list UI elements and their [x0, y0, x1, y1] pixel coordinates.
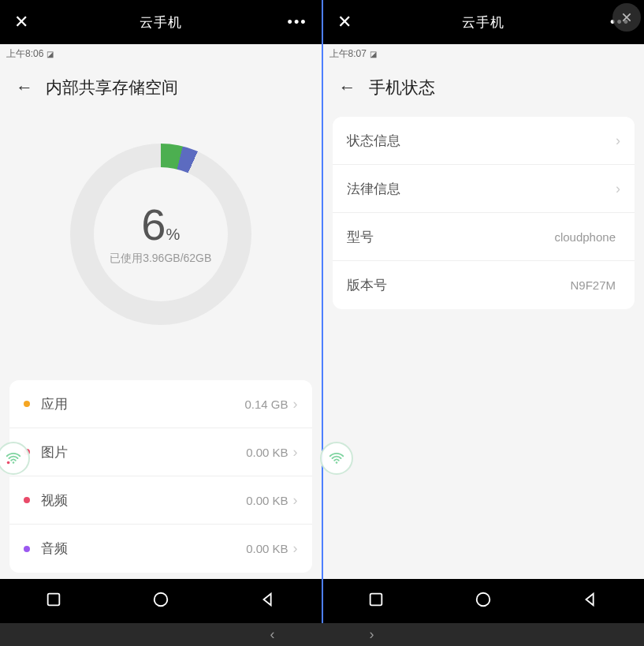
- home-button[interactable]: [475, 591, 492, 611]
- svg-rect-5: [370, 594, 382, 606]
- chevron-right-icon: ›: [616, 133, 620, 149]
- category-row-audio[interactable]: 音频 0.00 KB ›: [9, 525, 312, 573]
- chevron-right-icon: ›: [616, 181, 620, 197]
- phone-status-list: 状态信息 › 法律信息 › 型号 cloudphone 版本号 N9F27M: [333, 117, 635, 309]
- category-dot: [24, 546, 30, 552]
- category-value: 0.00 KB: [246, 446, 288, 459]
- phone-left: ✕ 云手机 ••• 上午8:06 ◪ ← 内部共享存储空间 6% 已使用3.96…: [0, 0, 323, 623]
- app-title: 云手机: [323, 13, 645, 32]
- recent-apps-button[interactable]: [45, 591, 62, 611]
- mute-icon: ◪: [47, 50, 54, 58]
- status-time: 上午8:07: [329, 47, 367, 61]
- back-button[interactable]: [582, 591, 599, 611]
- category-value: 0.14 GB: [244, 398, 288, 411]
- home-button[interactable]: [152, 591, 169, 611]
- storage-donut: 6% 已使用3.96GB/62GB: [0, 112, 322, 357]
- overlay-close-button[interactable]: [612, 3, 641, 32]
- row-label: 型号: [347, 228, 374, 246]
- android-navbar: [0, 579, 322, 623]
- back-button[interactable]: [259, 591, 277, 611]
- svg-point-4: [335, 461, 337, 464]
- storage-subtitle: 已使用3.96GB/62GB: [110, 252, 211, 266]
- chevron-right-icon: ›: [293, 396, 298, 413]
- row-status-info[interactable]: 状态信息 ›: [333, 117, 635, 165]
- back-arrow-icon[interactable]: ←: [16, 77, 33, 98]
- category-label: 视频: [41, 491, 68, 510]
- viewer-prev-button[interactable]: ‹: [270, 626, 275, 643]
- app-title: 云手机: [0, 13, 322, 32]
- app-topbar: ✕ 云手机 •••: [0, 0, 322, 44]
- row-value: cloudphone: [554, 230, 616, 244]
- row-value: N9F27M: [570, 278, 616, 292]
- chevron-right-icon: ›: [293, 444, 298, 461]
- chevron-right-icon: ›: [293, 540, 298, 557]
- page-title: 内部共享存储空间: [46, 77, 178, 99]
- status-time: 上午8:06: [6, 47, 43, 61]
- svg-point-6: [477, 593, 490, 607]
- category-row-images[interactable]: 图片 0.00 KB ›: [9, 428, 312, 476]
- svg-point-0: [13, 461, 15, 464]
- row-legal-info[interactable]: 法律信息 ›: [333, 165, 635, 213]
- category-label: 应用: [41, 395, 68, 413]
- recent-apps-button[interactable]: [367, 591, 385, 611]
- android-navbar: [323, 579, 645, 623]
- phone-right: ✕ 云手机 ••• 上午8:07 ◪ ← 手机状态 状态信息 › 法律信息 ›: [323, 0, 645, 623]
- viewer-next-button[interactable]: ›: [370, 626, 374, 643]
- row-model[interactable]: 型号 cloudphone: [333, 213, 635, 261]
- category-value: 0.00 KB: [246, 494, 288, 507]
- svg-point-1: [7, 461, 10, 465]
- row-label: 版本号: [347, 276, 387, 294]
- row-build-number[interactable]: 版本号 N9F27M: [333, 261, 635, 309]
- chevron-right-icon: ›: [293, 492, 298, 509]
- category-label: 音频: [41, 540, 68, 558]
- svg-point-3: [154, 593, 167, 607]
- page-header: ← 内部共享存储空间: [0, 63, 322, 112]
- mute-icon: ◪: [370, 50, 377, 58]
- status-bar: 上午8:06 ◪: [0, 44, 322, 63]
- svg-rect-2: [48, 594, 60, 606]
- row-label: 状态信息: [347, 132, 400, 150]
- category-row-video[interactable]: 视频 0.00 KB ›: [9, 476, 312, 525]
- category-dot: [24, 497, 30, 503]
- storage-categories: 应用 0.14 GB › 图片 0.00 KB › 视频 0.00 KB › 音…: [9, 380, 312, 573]
- category-value: 0.00 KB: [246, 542, 288, 555]
- wifi-floating-button[interactable]: [320, 442, 353, 475]
- storage-percent: 6%: [141, 203, 180, 247]
- app-topbar: ✕ 云手机 •••: [323, 0, 645, 44]
- back-arrow-icon[interactable]: ←: [339, 77, 356, 98]
- page-header: ← 手机状态: [323, 63, 645, 112]
- status-bar: 上午8:07 ◪: [323, 44, 645, 63]
- row-label: 法律信息: [347, 180, 400, 198]
- category-dot: [24, 401, 30, 407]
- category-row-apps[interactable]: 应用 0.14 GB ›: [9, 380, 312, 428]
- viewer-bottom-nav: ‹ ›: [0, 623, 644, 646]
- page-title: 手机状态: [369, 77, 435, 99]
- category-label: 图片: [41, 443, 68, 461]
